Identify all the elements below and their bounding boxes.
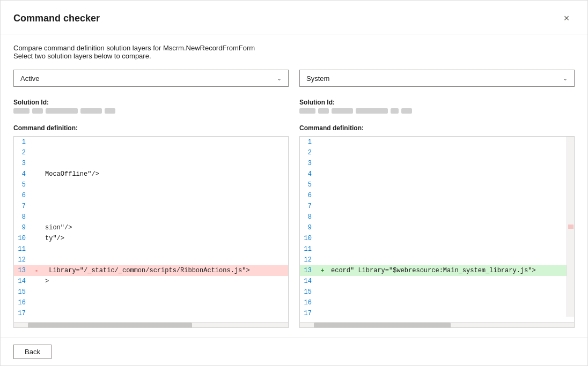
line-code [329, 233, 574, 244]
line-marker [316, 180, 329, 190]
left-dropdown-value: Active [20, 74, 39, 83]
line-code [329, 190, 574, 201]
description: Compare command definition solution laye… [13, 44, 575, 60]
line-code [43, 137, 288, 147]
line-code [329, 169, 574, 180]
table-row: 5 [14, 180, 288, 190]
description-line1: Compare command definition solution laye… [13, 44, 575, 52]
line-code [329, 147, 574, 158]
dialog-footer: Back [1, 338, 587, 365]
table-row: 14> [14, 276, 288, 287]
line-number: 8 [300, 212, 316, 222]
line-number: 14 [300, 276, 316, 287]
left-column-header: Active ⌄ [13, 70, 289, 87]
line-number: 17 [14, 308, 30, 319]
left-cmd-def-label-col: Command definition: [13, 124, 289, 134]
line-code: ecord" Library="$webresource:Main_system… [329, 265, 574, 276]
id-block [32, 108, 43, 114]
left-dropdown[interactable]: Active ⌄ [13, 70, 289, 87]
line-number: 4 [14, 169, 30, 180]
dropdowns-row: Active ⌄ System ⌄ [13, 70, 575, 87]
back-button[interactable]: Back [13, 345, 52, 359]
dialog-header: Command checker × [1, 1, 587, 34]
table-row: 6 [300, 190, 574, 201]
id-block [332, 108, 353, 114]
line-marker [30, 158, 43, 169]
table-row: 10ty"/> [14, 233, 288, 244]
right-cmd-def-label-col: Command definition: [299, 124, 575, 134]
line-number: 8 [14, 212, 30, 222]
line-code [329, 308, 574, 319]
table-row: 5 [300, 180, 574, 190]
line-code: sion"/> [43, 222, 288, 233]
table-row: 9 [300, 222, 574, 233]
table-row: 3 [14, 158, 288, 169]
line-marker [316, 137, 329, 147]
left-diff-panel-inner[interactable]: 1234MocaOffline"/>56789sion"/>10ty"/>111… [14, 137, 288, 322]
left-solution-id-label: Solution Id: [13, 99, 289, 106]
close-button[interactable]: × [558, 10, 575, 26]
line-number: 5 [14, 180, 30, 190]
line-marker [30, 137, 43, 147]
right-diff-panel-inner[interactable]: 12345678910111213+ecord" Library="$webre… [300, 137, 574, 322]
id-block [318, 108, 329, 114]
line-marker [30, 244, 43, 255]
table-row: 15 [300, 287, 574, 297]
table-row: 12 [14, 255, 288, 265]
line-marker [30, 212, 43, 222]
line-number: 12 [300, 255, 316, 265]
left-solution-id-value [13, 108, 289, 114]
table-row: 14 [300, 276, 574, 287]
line-number: 6 [300, 190, 316, 201]
line-number: 1 [14, 137, 30, 147]
line-marker [316, 201, 329, 212]
solution-ids-row: Solution Id: Solution Id: [13, 92, 575, 119]
line-marker [316, 287, 329, 297]
line-marker [30, 255, 43, 265]
table-row: 11 [300, 244, 574, 255]
line-code [43, 190, 288, 201]
line-number: 1 [300, 137, 316, 147]
dialog-title: Command checker [13, 13, 100, 24]
table-row: 12 [300, 255, 574, 265]
table-row: 4 [300, 169, 574, 180]
line-marker [316, 308, 329, 319]
line-number: 16 [300, 297, 316, 308]
right-dropdown[interactable]: System ⌄ [299, 70, 575, 87]
line-marker [316, 169, 329, 180]
right-solution-id-value [299, 108, 575, 114]
line-marker [316, 244, 329, 255]
line-number: 17 [300, 308, 316, 319]
line-marker [30, 147, 43, 158]
line-marker [30, 287, 43, 297]
left-scroll-bottom[interactable] [14, 322, 288, 327]
line-marker [30, 233, 43, 244]
table-row: 8 [14, 212, 288, 222]
right-diff-table: 12345678910111213+ecord" Library="$webre… [300, 137, 574, 319]
line-marker [30, 222, 43, 233]
line-marker [30, 201, 43, 212]
line-number: 11 [300, 244, 316, 255]
table-row: 1 [300, 137, 574, 147]
line-marker: + [316, 265, 329, 276]
line-code [43, 255, 288, 265]
right-scroll-bottom[interactable] [300, 322, 574, 327]
line-code [329, 158, 574, 169]
right-diff-panel[interactable]: 12345678910111213+ecord" Library="$webre… [299, 136, 575, 328]
right-scroll-thumb [314, 323, 451, 328]
command-checker-dialog: Command checker × Compare command defini… [0, 0, 588, 366]
table-row: 17 [300, 308, 574, 319]
diff-panels-row: 1234MocaOffline"/>56789sion"/>10ty"/>111… [13, 136, 575, 328]
line-number: 13 [14, 265, 30, 276]
line-marker [316, 255, 329, 265]
line-code [329, 287, 574, 297]
left-diff-panel[interactable]: 1234MocaOffline"/>56789sion"/>10ty"/>111… [13, 136, 289, 328]
table-row: 16 [300, 297, 574, 308]
id-block [356, 108, 388, 114]
right-dropdown-chevron-icon: ⌄ [563, 75, 568, 82]
left-solution-id-section: Solution Id: [13, 92, 289, 119]
cmd-def-labels-row: Command definition: Command definition: [13, 124, 575, 134]
line-code [43, 244, 288, 255]
line-code [43, 147, 288, 158]
line-code: MocaOffline"/> [43, 169, 288, 180]
